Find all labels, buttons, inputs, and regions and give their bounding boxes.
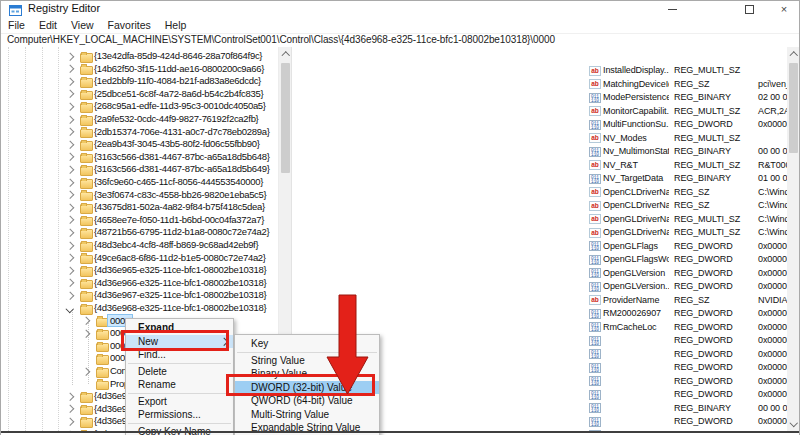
value-name[interactable]: RmCacheLoc [603,322,669,332]
value-row[interactable]: 011110MultiFunctionSu...REG_DWORD0x00000… [584,118,788,132]
value-row[interactable]: 011110REG_DWORD0x00000003 (3) [584,334,788,348]
scrollbar-thumb[interactable] [281,63,290,173]
tree-item-label[interactable]: {2a9fe532-0cdc-44f9-9827-76192f2ca2fb} [94,113,259,124]
expand-icon[interactable] [66,418,74,426]
value-row[interactable]: 011110OpenGLVersion...REG_DWORD0x0000100… [584,280,788,294]
tree-item-label[interactable]: {48d3ebc4-4cf8-48ff-b869-9c68ad42eb9f} [94,239,258,250]
menu-help[interactable]: Help [158,18,194,31]
value-name[interactable]: ProviderName [603,295,669,305]
menu-item-copy-key-name[interactable]: Copy Key Name [126,425,233,435]
scrollbar-thumb[interactable] [789,63,798,153]
tree-row[interactable]: {4d36e965-e325-11ce-bfc1-08002be10318} [0,264,278,277]
tree-item-label[interactable]: {4d36e965-e325-11ce-bfc1-08002be10318} [94,264,266,275]
expand-icon[interactable] [66,141,74,149]
expand-icon[interactable] [66,405,74,413]
tree-item-label[interactable]: {4658ee7e-f050-11d1-b6bd-00c04fa372a7} [94,214,264,225]
maximize-button[interactable] [734,0,764,18]
value-name[interactable]: Nv_MultimonState [603,146,669,156]
value-name[interactable]: MonitorCapabilit... [603,106,669,116]
value-name[interactable]: ModePersistence [603,92,669,102]
collapse-icon[interactable] [66,304,74,312]
tree-row[interactable]: {2a9fe532-0cdc-44f9-9827-76192f2ca2fb} [0,113,278,126]
tree-row[interactable]: {2ea9b43f-3045-43b5-80f2-fd06c55fbb90} [0,138,278,151]
value-name[interactable]: InstalledDisplay... [603,65,669,75]
expand-icon[interactable] [66,241,74,249]
value-row[interactable]: 011110ModePersistenceREG_BINARY02 00 00 … [584,91,788,105]
expand-icon[interactable] [82,330,90,338]
tree-row[interactable]: {14b62f50-3f15-11dd-ae16-0800200c9a66} [0,63,278,76]
value-row[interactable]: 011110Nv_MultimonStateREG_BINARY00 00 00… [584,145,788,159]
value-row[interactable]: abMatchingDeviceIdREG_SZpci\ven_10de&dev… [584,78,788,92]
menu-item-multi-string-value[interactable]: Multi-String Value [235,408,379,422]
expand-icon[interactable] [82,367,90,375]
tree-row[interactable]: {3163c566-d381-4467-87bc-a65a18d5b648} [0,151,278,164]
tree-row[interactable]: {48d3ebc4-4cf8-48ff-b869-9c68ad42eb9f} [0,239,278,252]
tree-row[interactable]: {3163c566-d381-4467-87bc-a65a18d5b649} [0,163,278,176]
registry-path[interactable]: Computer\HKEY_LOCAL_MACHINE\SYSTEM\Contr… [7,34,555,45]
menu-item-rename[interactable]: Rename [126,378,233,392]
menu-view[interactable]: View [64,18,101,31]
tree-row[interactable]: {2db15374-706e-4131-a0c7-d7c78eb0289a} [0,126,278,139]
tree-row[interactable]: {25dbce51-6c8f-4a72-8a6d-b54c2b4fc835} [0,88,278,101]
expand-icon[interactable] [66,103,74,111]
list-scrollbar[interactable] [787,47,800,431]
menu-file[interactable]: File [1,18,32,31]
minimize-button[interactable] [658,0,688,18]
tree-row[interactable]: {48721b56-6795-11d2-b1a8-0080c72e74a2} [0,226,278,239]
expand-icon[interactable] [66,78,74,86]
tree-item-label[interactable]: {2ea9b43f-3045-43b5-80f2-fd06c55fbb90} [94,138,260,149]
tree-row[interactable]: {13e42dfa-85d9-424d-8646-28a70f864f9c} [0,50,278,63]
value-row[interactable]: 011110RmCacheLocREG_DWORD0x00000000 (0) [584,321,788,335]
expand-icon[interactable] [66,65,74,73]
value-name[interactable]: NV_R&T [603,160,669,170]
menu-edit[interactable]: Edit [32,18,64,31]
expand-icon[interactable] [82,317,90,325]
tree-item-label[interactable]: {36fc9e60-c465-11cf-8056-444553540000} [94,176,263,187]
tree-item-label[interactable]: {2db15374-706e-4131-a0c7-d7c78eb0289a} [94,126,270,137]
expand-icon[interactable] [66,216,74,224]
expand-icon[interactable] [66,153,74,161]
value-row[interactable]: 011110REG_DWORD0x00000043 (67) [584,388,788,402]
tree-item-label[interactable]: {1ed2bbf9-11f0-4084-b21f-ad83a8e6dcdc} [94,75,261,86]
tree-item-label[interactable]: {3163c566-d381-4467-87bc-a65a18d5b648} [94,151,270,162]
value-row[interactable]: abInstalledDisplay...REG_MULTI_SZ [584,64,788,78]
menu-favorites[interactable]: Favorites [101,18,158,31]
tree-item-label[interactable]: {49ce6ac8-6f86-11d2-b1e5-0080c72e74a2} [94,252,266,263]
expand-icon[interactable] [66,90,74,98]
tree-item-label[interactable]: {14b62f50-3f15-11dd-ae16-0800200c9a66} [94,63,264,74]
tree-row[interactable]: {36fc9e60-c465-11cf-8056-444553540000} [0,176,278,189]
expand-icon[interactable] [66,254,74,262]
tree-row[interactable]: {4d36e966-e325-11ce-bfc1-08002be10318} [0,277,278,290]
tree-item-label[interactable]: {4d36e968-e325-11ce-bfc1-08002be10318} [94,302,266,313]
expand-icon[interactable] [66,279,74,287]
value-row[interactable]: abNV_ModesREG_MULTI_SZ [584,132,788,146]
tree-row[interactable]: {4658ee7e-f050-11d1-b6bd-00c04fa372a7} [0,214,278,227]
tree-item-label[interactable]: {43675d81-502a-4a82-9f84-b75f418c5dea} [94,201,265,212]
value-name[interactable]: OpenCLDriverNa... [603,187,669,197]
expand-icon[interactable] [66,128,74,136]
value-name[interactable]: NV_Modes [603,133,669,143]
value-name[interactable]: OpenGLDriverNa... [603,214,669,224]
tree-item-label[interactable]: {3e3f0674-c83c-4558-bb26-9820e1eba5c5} [94,189,266,200]
expand-icon[interactable] [66,292,74,300]
close-button[interactable]: × [769,0,799,18]
value-row[interactable]: 011110NV_TargetDataREG_BINARY01 00 00 00… [584,172,788,186]
value-row[interactable]: abOpenCLDriverNa...REG_SZC:\Windows\Syst… [584,186,788,200]
tree-row[interactable]: {43675d81-502a-4a82-9f84-b75f418c5dea} [0,201,278,214]
value-row[interactable]: abNV_R&TREG_MULTI_SZR&T0000=1920,1080,*,… [584,159,788,173]
tree-item-label[interactable]: {4d36e966-e325-11ce-bfc1-08002be10318} [94,277,266,288]
tree-row[interactable]: {1ed2bbf9-11f0-4084-b21f-ad83a8e6dcdc} [0,75,278,88]
expand-icon[interactable] [66,52,74,60]
tree-row[interactable]: {4d36e967-e325-11ce-bfc1-08002be10318} [0,289,278,302]
value-row[interactable]: 011110REG_DWORD0x00000100 (256) [584,375,788,389]
value-name[interactable]: MatchingDeviceId [603,79,669,89]
tree-row[interactable]: {268c95a1-edfe-11d3-95c3-0010dc4050a5} [0,100,278,113]
value-row[interactable]: abOpenGLDriverNa...REG_MULTI_SZC:\Window… [584,226,788,240]
value-row[interactable]: 011110REG_DWORD0x00000001 (1) [584,361,788,375]
value-row[interactable]: abOpenGLDriverNa...REG_MULTI_SZC:\Window… [584,213,788,227]
tree-item-label[interactable]: {4d36e967-e325-11ce-bfc1-08002be10318} [94,289,266,300]
value-row[interactable]: 011110REG_BINARY00 00 00 00 00 00 00 00 [584,402,788,416]
expand-icon[interactable] [66,115,74,123]
tree-row[interactable]: {4d36e968-e325-11ce-bfc1-08002be10318} [0,302,278,315]
tree-item-label[interactable]: {13e42dfa-85d9-424d-8646-28a70f864f9c} [94,50,262,61]
